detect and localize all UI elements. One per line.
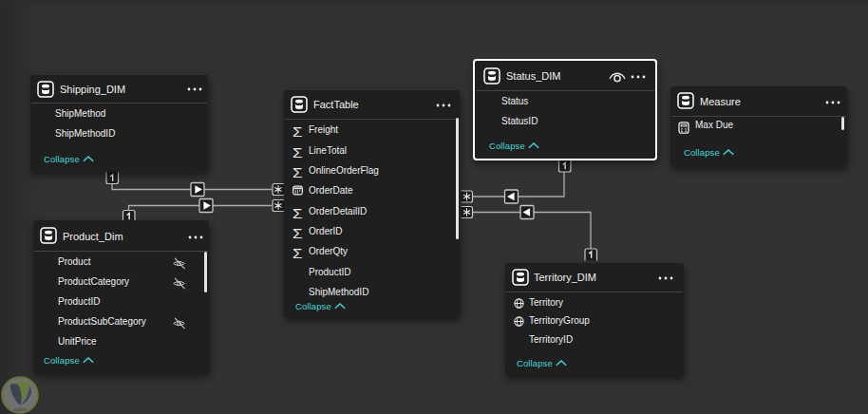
svg-text:digibits: digibits <box>13 407 28 412</box>
